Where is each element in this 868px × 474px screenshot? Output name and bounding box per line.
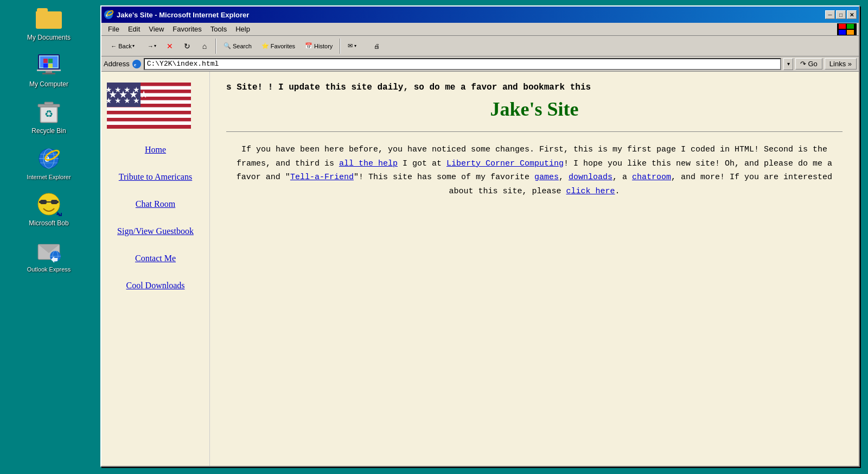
menu-edit[interactable]: Edit: [124, 24, 144, 34]
mail-button[interactable]: ✉ ▾: [344, 37, 360, 55]
svg-rect-28: [57, 201, 59, 203]
forward-button[interactable]: → ▾: [144, 37, 160, 55]
svg-rect-7: [48, 59, 53, 63]
svg-rect-24: [40, 200, 47, 204]
refresh-icon: ↻: [184, 42, 190, 50]
forward-dropdown-arrow[interactable]: ▾: [154, 44, 156, 48]
back-label: Back: [118, 43, 131, 49]
title-bar-left: e Jake's Site - Microsoft Internet Explo…: [104, 10, 249, 20]
svg-rect-52: [107, 108, 191, 111]
web-content: ★★★★★ ★★★★ ★★★★ Home Tribute to American…: [101, 72, 859, 466]
intro-end: .: [615, 187, 620, 196]
link-downloads[interactable]: downloads: [569, 173, 612, 182]
refresh-button[interactable]: ↻: [180, 37, 195, 55]
left-nav: ★★★★★ ★★★★ ★★★★ Home Tribute to American…: [101, 72, 210, 466]
home-icon: ⌂: [202, 42, 207, 50]
close-button[interactable]: ✕: [847, 10, 857, 19]
svg-rect-27: [39, 201, 41, 203]
recycle-bin-icon: ♻: [36, 99, 62, 125]
history-icon: 📅: [305, 42, 312, 49]
back-button[interactable]: ← Back ▾: [104, 37, 142, 55]
svg-text:e: e: [134, 62, 136, 67]
favorites-button[interactable]: ⭐ Favorites: [258, 37, 299, 55]
desktop: My Documents My Computer: [0, 0, 98, 474]
outlook-svg: [36, 238, 62, 264]
my-computer-label: My Computer: [29, 80, 68, 88]
bob-svg: [36, 191, 62, 217]
nav-chatroom[interactable]: Chat Room: [107, 196, 204, 212]
svg-rect-5: [37, 69, 61, 71]
intro-comma: ,: [559, 173, 569, 182]
menu-view[interactable]: View: [144, 24, 168, 34]
maximize-button[interactable]: □: [836, 10, 846, 19]
nav-tribute[interactable]: Tribute to Americans: [107, 169, 204, 185]
svg-rect-41: [839, 30, 846, 35]
link-all-help[interactable]: all the help: [339, 159, 398, 168]
title-bar-buttons: ─ □ ✕: [825, 10, 857, 19]
svg-rect-14: [44, 102, 53, 105]
content-divider: [226, 131, 843, 132]
svg-rect-25: [51, 200, 58, 204]
svg-rect-9: [48, 64, 53, 68]
svg-marker-29: [56, 212, 62, 216]
menu-help[interactable]: Help: [231, 24, 254, 34]
search-label: Search: [233, 43, 252, 49]
nav-home[interactable]: Home: [107, 142, 204, 158]
windows-logo: [837, 23, 857, 35]
link-tell-a-friend[interactable]: Tell-a-Friend: [290, 173, 354, 182]
ie-icon: e: [36, 146, 62, 172]
toolbar-sep-1: [215, 39, 216, 54]
nav-contact[interactable]: Contact Me: [107, 250, 204, 267]
internet-explorer-label: Internet Explorer: [27, 174, 71, 180]
history-label: History: [314, 43, 333, 49]
intro-text-2: I got at: [398, 159, 446, 168]
link-liberty-corner[interactable]: Liberty Corner Computing: [446, 159, 564, 168]
go-button[interactable]: ↷ Go: [795, 58, 822, 69]
menu-tools[interactable]: Tools: [206, 24, 231, 34]
svg-rect-8: [43, 64, 48, 68]
desktop-icon-recycle-bin[interactable]: ♻ Recycle Bin: [16, 99, 81, 135]
browser-window: e Jake's Site - Microsoft Internet Explo…: [100, 5, 860, 467]
header-scroll-text: s Site! ! I update this site daily, so d…: [226, 83, 843, 92]
link-chatroom[interactable]: chatroom: [632, 173, 671, 182]
back-dropdown-arrow[interactable]: ▾: [132, 44, 135, 48]
desktop-icon-my-computer[interactable]: My Computer: [16, 52, 81, 88]
go-label: Go: [808, 60, 817, 68]
desktop-icon-my-documents[interactable]: My Documents: [16, 5, 81, 41]
nav-guestbook[interactable]: Sign/View Guestbook: [107, 223, 204, 239]
print-button[interactable]: 🖨: [362, 37, 391, 55]
desktop-icon-internet-explorer[interactable]: e Internet Explorer: [16, 146, 81, 180]
recycle-svg: ♻: [37, 99, 61, 125]
menu-bar: File Edit View Favorites Tools Help: [101, 23, 859, 36]
address-dropdown[interactable]: ▾: [783, 58, 793, 70]
outlook-icon: [36, 238, 62, 264]
us-flag: ★★★★★ ★★★★ ★★★★: [107, 83, 191, 129]
address-bar: Address e ▾ ↷ Go Links »: [101, 56, 859, 72]
link-games[interactable]: games: [534, 173, 559, 182]
mail-dropdown-arrow[interactable]: ▾: [354, 44, 356, 48]
browser-title: Jake's Site - Microsoft Internet Explore…: [117, 11, 249, 19]
svg-text:★★★★: ★★★★: [107, 96, 142, 105]
menu-file[interactable]: File: [104, 24, 124, 34]
menu-favorites[interactable]: Favorites: [168, 24, 206, 34]
desktop-icon-outlook-express[interactable]: Outlook Express: [16, 238, 81, 273]
links-button[interactable]: Links »: [825, 58, 857, 69]
flag-container: ★★★★★ ★★★★ ★★★★: [107, 83, 204, 131]
stop-button[interactable]: ✕: [162, 37, 177, 55]
nav-downloads[interactable]: Cool Downloads: [107, 277, 204, 294]
svg-rect-57: [107, 125, 191, 129]
search-button[interactable]: 🔍 Search: [220, 37, 256, 55]
address-label: Address: [104, 60, 130, 68]
intro-text-4: "! This site has some of my favorite: [354, 173, 534, 182]
microsoft-bob-label: Microsoft Bob: [29, 219, 68, 227]
svg-rect-56: [107, 122, 191, 125]
favorites-icon: ⭐: [261, 42, 269, 49]
minimize-button[interactable]: ─: [825, 10, 835, 19]
svg-rect-42: [847, 30, 854, 35]
intro-text-5: , a: [612, 173, 632, 182]
address-input[interactable]: [144, 58, 782, 70]
link-click-here[interactable]: click here: [566, 187, 615, 196]
history-button[interactable]: 📅 History: [301, 37, 336, 55]
home-button[interactable]: ⌂: [197, 37, 212, 55]
desktop-icon-microsoft-bob[interactable]: Microsoft Bob: [16, 191, 81, 227]
